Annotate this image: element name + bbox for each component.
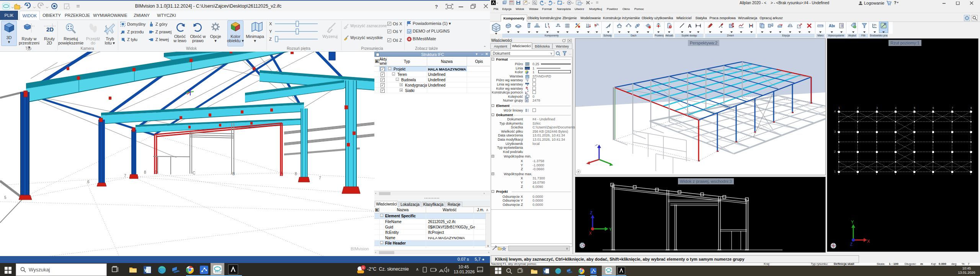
svg-text:2: 2 [834,150,836,153]
svg-text:X: X [867,239,870,243]
svg-text:7: 7 [319,176,321,180]
svg-text:...: ... [569,52,572,55]
svg-text:Z: Z [850,242,853,246]
svg-text:BIMvision: BIMvision [351,246,369,251]
svg-text:8: 8 [144,170,146,174]
svg-text:1: 1 [834,170,836,173]
svg-text:W: W [544,269,547,273]
svg-text:4: 4 [895,107,897,109]
svg-text:1: 1 [838,107,840,109]
svg-text:Abc: Abc [829,24,835,28]
svg-text:W: W [144,268,149,273]
svg-text:4: 4 [834,110,836,113]
svg-text:5: 5 [363,266,364,269]
svg-text:6: 6 [87,180,90,184]
svg-text:3: 3 [876,107,878,109]
svg-text:BIMvision: BIMvision [607,272,612,273]
svg-text:X: X [589,231,592,235]
svg-text:3: 3 [834,130,836,133]
svg-text:Y: Y [851,220,854,224]
svg-text:8: 8 [970,107,972,109]
svg-text:7: 7 [952,107,953,109]
svg-text:A: A [688,23,692,29]
svg-text:7: 7 [124,174,126,178]
svg-text:#: # [526,99,528,102]
svg-text:Y: Y [609,227,612,232]
svg-text:BIMvision: BIMvision [215,271,222,273]
svg-text:5: 5 [4,196,7,200]
svg-text:5: 5 [914,107,915,109]
svg-text:2D: 2D [46,26,54,33]
svg-text:C: C [193,171,195,175]
svg-text:6: 6 [933,107,934,109]
svg-text:8: 8 [295,172,297,176]
svg-text:Z: Z [590,210,593,215]
svg-text:2: 2 [857,107,859,109]
